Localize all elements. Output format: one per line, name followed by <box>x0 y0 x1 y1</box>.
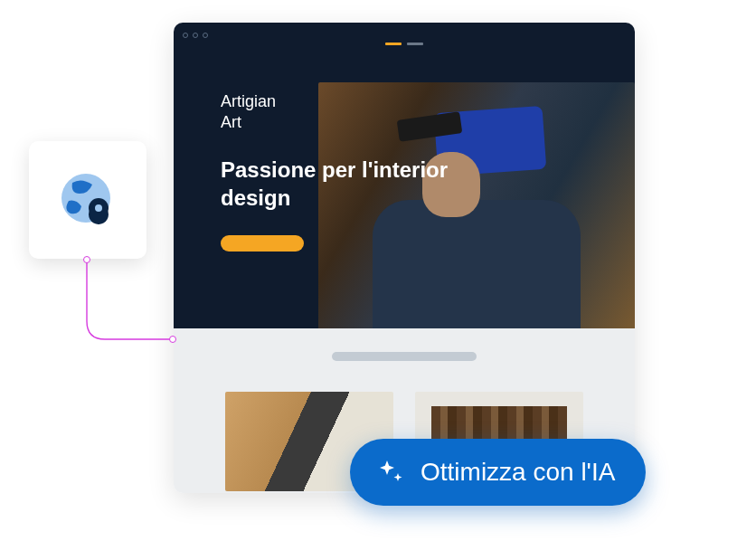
nav-tab <box>407 43 423 45</box>
location-widget-card[interactable] <box>29 141 146 259</box>
nav-tab-active <box>385 43 402 45</box>
connector-endpoint <box>169 336 176 343</box>
content-heading-placeholder <box>332 352 477 361</box>
window-dot <box>193 33 198 38</box>
globe-location-icon <box>56 168 119 232</box>
hero-cta-button[interactable] <box>221 235 304 252</box>
sparkle-icon <box>375 457 406 488</box>
window-dot <box>203 33 208 38</box>
hero-section: Artigian Art Passione per l'interior des… <box>174 48 635 328</box>
nav-indicator <box>385 43 423 45</box>
optimize-with-ai-button[interactable]: Ottimizza con l'IA <box>350 439 646 506</box>
hero-text-block: Artigian Art Passione per l'interior des… <box>221 91 456 252</box>
connector-endpoint <box>83 256 90 263</box>
svg-point-1 <box>95 204 102 212</box>
optimize-with-ai-label: Ottimizza con l'IA <box>421 458 615 487</box>
connector-line <box>22 258 184 348</box>
hero-headline: Passione per l'interior design <box>221 156 456 212</box>
window-controls <box>183 33 208 38</box>
window-dot <box>183 33 188 38</box>
site-brand: Artigian Art <box>221 91 456 132</box>
website-preview-window: Artigian Art Passione per l'interior des… <box>174 23 635 493</box>
